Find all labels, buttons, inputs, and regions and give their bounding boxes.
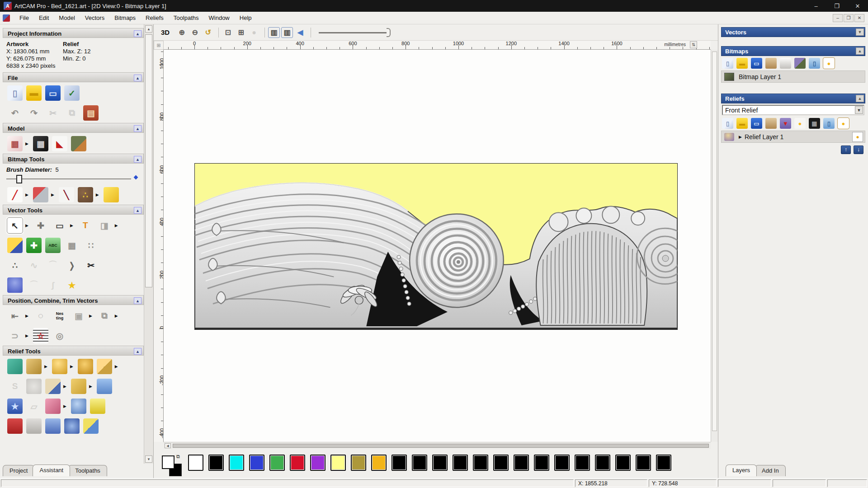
copy-icon[interactable]: ⧉: [64, 105, 80, 121]
transform-vectors-icon[interactable]: ✚: [33, 218, 48, 233]
horizontal-scrollbar[interactable]: ◀: [164, 442, 711, 449]
swatch-black[interactable]: [473, 455, 488, 471]
bitmap-fade-slider[interactable]: [319, 27, 398, 38]
delete-bitmap-layer-icon[interactable]: ▯: [809, 58, 820, 69]
copy-relief-icon[interactable]: [71, 379, 86, 394]
relief-select-dropdown[interactable]: Front Relief ▼: [722, 105, 864, 115]
save-relief-layer-icon[interactable]: ▭: [751, 118, 762, 129]
paste-icon[interactable]: ▤: [83, 105, 99, 121]
redo-icon[interactable]: ↷: [26, 105, 42, 121]
primary-secondary-colours[interactable]: ⧉: [162, 455, 184, 476]
swatch-olive[interactable]: [351, 455, 366, 471]
scrollbar-thumb[interactable]: [145, 34, 152, 287]
menu-edit[interactable]: Edit: [34, 13, 54, 23]
distort-vectors-icon[interactable]: ▦: [64, 238, 80, 253]
relief-tool-icon[interactable]: [45, 418, 61, 434]
menu-toolpaths[interactable]: Toolpaths: [169, 13, 204, 23]
swatch-black[interactable]: [534, 455, 549, 471]
toggle-bitmap-visibility-icon[interactable]: ▥: [268, 27, 280, 38]
nesting-icon[interactable]: Nes ting: [52, 308, 67, 324]
scroll-down-icon[interactable]: ▼: [145, 455, 152, 463]
link-colours-icon[interactable]: ⧉: [176, 454, 180, 460]
swatch-white[interactable]: [188, 455, 203, 471]
collapse-section-button[interactable]: ▲: [134, 125, 142, 132]
expand-layer-icon[interactable]: ▶: [739, 135, 742, 139]
emboss-wizard-icon[interactable]: [7, 277, 23, 293]
toggle-vector-visibility-icon[interactable]: ▥: [281, 27, 293, 38]
subtract-relief-icon[interactable]: [78, 359, 93, 374]
delete-relief-layer-icon[interactable]: ▯: [823, 118, 835, 129]
swatch-black[interactable]: [636, 455, 651, 471]
swatch-green[interactable]: [269, 455, 285, 471]
open-model-icon[interactable]: ▬: [26, 85, 42, 101]
brush-diameter-slider[interactable]: [6, 174, 137, 184]
flyout-arrow-icon[interactable]: ▶: [63, 384, 66, 389]
envelope-distort-icon[interactable]: ▱: [26, 399, 42, 414]
mdi-restore-button[interactable]: ❐: [844, 14, 854, 22]
swatch-black[interactable]: [554, 455, 570, 471]
relief-artwork[interactable]: [194, 163, 678, 328]
swatch-black[interactable]: [656, 455, 671, 471]
swatch-red[interactable]: [290, 455, 305, 471]
expand-vectors-icon[interactable]: ▼: [856, 28, 864, 36]
bitmap-layer-name[interactable]: Bitmap Layer 1: [739, 73, 781, 80]
relief-tool-icon[interactable]: [7, 418, 23, 434]
swatch-black[interactable]: [432, 455, 448, 471]
join-vectors-icon[interactable]: ⊃: [7, 328, 23, 343]
save-bitmap-layer-icon[interactable]: ▭: [751, 58, 762, 69]
paste-text-icon[interactable]: ABC: [45, 238, 61, 253]
palette-icon[interactable]: ∴: [78, 187, 93, 202]
flyout-arrow-icon[interactable]: ▶: [89, 384, 92, 389]
ruler-units-spinner[interactable]: ⇅: [690, 41, 697, 48]
zoom-box-icon[interactable]: ⊡: [222, 27, 234, 38]
flyout-arrow-icon[interactable]: ▶: [89, 314, 92, 318]
constant-height-relief-icon[interactable]: ★: [7, 399, 23, 414]
text-on-curve-icon[interactable]: ◌: [33, 308, 48, 324]
move-layer-up-button[interactable]: ↑: [841, 145, 851, 154]
swatch-black[interactable]: [493, 455, 509, 471]
menu-model[interactable]: Model: [54, 13, 80, 23]
collapse-bitmaps-icon[interactable]: ▲: [856, 47, 864, 55]
relief-tool-icon[interactable]: [83, 418, 99, 434]
zoom-in-icon[interactable]: ⊕: [176, 27, 188, 38]
menu-help[interactable]: Help: [235, 13, 257, 23]
layer-visibility-bulb-icon[interactable]: ●: [852, 132, 863, 142]
relief-layer-preview-icon[interactable]: ●: [794, 118, 806, 129]
spiral-vectors-icon[interactable]: ◎: [52, 328, 67, 343]
lock-relief-icon[interactable]: [97, 379, 112, 394]
undo-icon[interactable]: ↶: [7, 105, 23, 121]
menu-reliefs[interactable]: Reliefs: [141, 13, 169, 23]
minimize-button[interactable]: –: [806, 0, 826, 12]
block-copy-icon[interactable]: ∷: [83, 238, 99, 253]
colour-picker-icon[interactable]: ╲: [59, 187, 74, 202]
scroll-left-icon[interactable]: ◀: [165, 443, 171, 448]
zoom-out-icon[interactable]: ⊖: [189, 27, 201, 38]
flood-fill-icon[interactable]: [33, 187, 48, 202]
flyout-arrow-icon[interactable]: ▶: [70, 364, 73, 369]
vector-texture-icon[interactable]: ☆: [33, 328, 48, 343]
set-model-size-icon[interactable]: ▦: [7, 136, 23, 151]
ruler-origin-icon[interactable]: ⊞: [154, 41, 164, 50]
align-vectors-icon[interactable]: ⇤: [7, 308, 23, 324]
relief-wizard-icon[interactable]: [7, 359, 23, 374]
merge-bitmap-layers-icon[interactable]: [765, 58, 777, 69]
transfer-relief-layer-icon[interactable]: ▼: [780, 118, 791, 129]
select-vectors-icon[interactable]: ↖: [7, 218, 23, 233]
toggle-relief-layers-icon[interactable]: ●: [838, 118, 849, 129]
greyscale-from-model-icon[interactable]: [71, 136, 86, 151]
swatch-gold[interactable]: [371, 455, 387, 471]
offset-vectors-icon[interactable]: ✚: [26, 238, 42, 253]
assistant-tab-project[interactable]: Project: [3, 465, 34, 476]
group-vectors-icon[interactable]: ▣: [71, 308, 86, 324]
swatch-black[interactable]: [514, 455, 529, 471]
section-profile-icon[interactable]: ʃ: [45, 277, 61, 293]
brush-slider-handle[interactable]: [16, 175, 22, 183]
swatch-light-yellow[interactable]: [330, 455, 346, 471]
collapse-reliefs-icon[interactable]: ▲: [856, 95, 864, 102]
swatch-black[interactable]: [575, 455, 590, 471]
scroll-up-icon[interactable]: ▲: [145, 25, 152, 33]
relief-tool-icon[interactable]: [26, 418, 42, 434]
zoom-fit-icon[interactable]: ⊞: [235, 27, 247, 38]
relief-layer-name[interactable]: Relief Layer 1: [745, 133, 783, 141]
flyout-arrow-icon[interactable]: ▶: [115, 223, 118, 228]
